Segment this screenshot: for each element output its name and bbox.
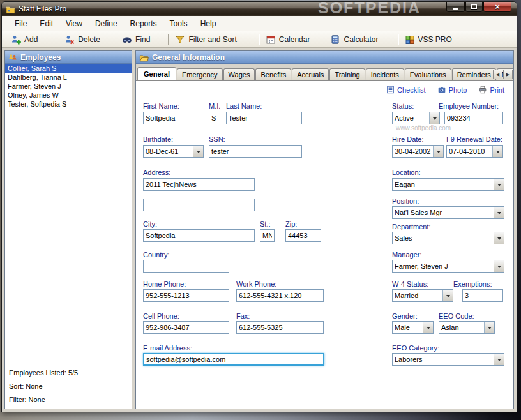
chevron-down-icon[interactable] [494, 354, 504, 365]
address-line1-input[interactable] [143, 178, 255, 191]
cell-phone-input[interactable] [143, 321, 229, 334]
general-information-panel: General Information General Emergency Wa… [135, 50, 514, 409]
photo-link[interactable]: Photo [437, 86, 467, 94]
eeo-category-label: EEO Category: [392, 344, 439, 352]
chevron-down-icon[interactable] [494, 260, 504, 272]
birthdate-label: Birthdate: [143, 135, 173, 143]
eeo-category-select[interactable]: Laborers [392, 353, 504, 366]
checklist-link[interactable]: Checklist [386, 86, 426, 94]
chevron-down-icon[interactable] [423, 322, 433, 333]
chevron-down-icon[interactable] [494, 179, 504, 190]
tab-reminders[interactable]: Reminders [452, 68, 496, 80]
city-input[interactable] [143, 229, 255, 242]
manager-label: Manager: [392, 251, 421, 259]
eeo-code-select[interactable]: Asian [439, 321, 495, 334]
print-link[interactable]: Print [478, 86, 504, 94]
window-controls: × [446, 2, 511, 12]
position-value: Nat'l Sales Mgr [393, 207, 494, 218]
employee-number-label: Employee Number: [439, 102, 499, 110]
filter-and-sort-button[interactable]: Filter and Sort [172, 33, 239, 46]
i9-renewal-date-value: 07-04-2010 [447, 146, 492, 157]
middle-initial-input[interactable] [209, 112, 220, 124]
tab-emergency[interactable]: Emergency [177, 68, 223, 80]
titlebar[interactable]: Staff Files Pro × [2, 2, 517, 16]
menu-reports[interactable]: Reports [124, 17, 163, 30]
gender-label: Gender: [392, 312, 418, 320]
manager-value: Farmer, Steven J [393, 260, 494, 272]
close-button[interactable]: × [483, 2, 511, 12]
gender-select[interactable]: Male [392, 321, 434, 334]
chevron-down-icon[interactable] [484, 322, 494, 333]
last-name-input[interactable] [226, 112, 302, 124]
chevron-down-icon[interactable] [193, 146, 203, 157]
chevron-down-icon[interactable] [433, 146, 443, 157]
exemptions-input[interactable] [462, 289, 503, 302]
ssn-input[interactable] [209, 145, 302, 158]
i9-renewal-date-select[interactable]: 07-04-2010 [446, 145, 503, 158]
tab-general[interactable]: General [137, 67, 176, 80]
menu-help[interactable]: Help [194, 17, 223, 30]
menu-define[interactable]: Define [89, 17, 124, 30]
birthdate-select[interactable]: 08-Dec-61 [143, 145, 204, 158]
maximize-button[interactable] [465, 2, 483, 12]
chevron-down-icon[interactable] [494, 232, 504, 244]
first-name-input[interactable] [143, 112, 200, 124]
vss-pro-button[interactable]: VSS PRO [402, 33, 455, 46]
position-label: Position: [392, 197, 419, 205]
delete-button[interactable]: Delete [62, 33, 103, 46]
country-input[interactable] [143, 260, 229, 273]
employee-row[interactable]: Farmer, Steven J [5, 82, 132, 91]
desktop: SOFTPEDIA www.softpedia.com Staff Files … [0, 0, 521, 420]
hire-date-value: 30-04-2002 [393, 146, 433, 157]
tab-scroll-right-icon[interactable]: ▶ [503, 70, 513, 79]
status-select[interactable]: Active [392, 112, 440, 124]
chevron-down-icon[interactable] [492, 146, 502, 157]
address-label: Address: [143, 169, 170, 176]
chevron-down-icon[interactable] [442, 290, 453, 301]
w4-status-label: W-4 Status: [392, 280, 428, 288]
state-input[interactable] [260, 229, 275, 242]
minimize-button[interactable] [446, 2, 465, 12]
tab-scroll-left-icon[interactable]: ◀ [493, 70, 502, 79]
email-input[interactable] [143, 353, 324, 366]
employee-row[interactable]: Dahlberg, Tianna L [5, 73, 132, 82]
tab-wages[interactable]: Wages [223, 68, 255, 80]
employee-row[interactable]: Olney, James W [5, 91, 132, 100]
menu-edit[interactable]: Edit [33, 17, 59, 30]
employee-number-input[interactable] [444, 112, 503, 124]
manager-select[interactable]: Farmer, Steven J [392, 260, 504, 273]
add-button[interactable]: Add [8, 33, 40, 46]
work-phone-input[interactable] [236, 289, 324, 302]
menu-view[interactable]: View [59, 17, 89, 30]
location-select[interactable]: Eagan [392, 178, 504, 191]
eeo-code-label: EEO Code: [439, 312, 474, 320]
tab-strip: General Emergency Wages Benefits Accrual… [136, 64, 513, 80]
tab-incidents[interactable]: Incidents [366, 68, 404, 80]
find-button[interactable]: Find [119, 33, 153, 46]
employee-list-footer: Employees Listed: 5/5 Sort: None Filter:… [5, 364, 132, 409]
address-line2-input[interactable] [143, 199, 255, 211]
i9-renewal-date-label: I-9 Renewal Date: [446, 135, 502, 143]
position-select[interactable]: Nat'l Sales Mgr [392, 206, 504, 219]
tab-training[interactable]: Training [329, 68, 365, 80]
chevron-down-icon[interactable] [429, 112, 439, 124]
menu-tools[interactable]: Tools [163, 17, 194, 30]
tab-benefits[interactable]: Benefits [255, 68, 291, 80]
employee-row[interactable]: Tester, Softpedia S [5, 100, 132, 109]
department-label: Department: [392, 223, 431, 230]
calendar-button[interactable]: Calendar [263, 33, 313, 46]
calculator-button[interactable]: Calculator [328, 33, 381, 46]
zip-input[interactable] [285, 229, 321, 242]
tab-accruals[interactable]: Accruals [292, 68, 329, 80]
location-label: Location: [392, 169, 421, 176]
employee-row[interactable]: Collier, Sarah S [5, 64, 132, 73]
toolbar-separator [398, 34, 398, 45]
w4-status-select[interactable]: Married [392, 289, 453, 302]
home-phone-input[interactable] [143, 289, 229, 302]
hire-date-select[interactable]: 30-04-2002 [392, 145, 444, 158]
chevron-down-icon[interactable] [494, 207, 504, 218]
department-select[interactable]: Sales [392, 232, 504, 244]
tab-evaluations[interactable]: Evaluations [405, 68, 451, 80]
menu-file[interactable]: File [8, 17, 33, 30]
fax-input[interactable] [236, 321, 324, 334]
